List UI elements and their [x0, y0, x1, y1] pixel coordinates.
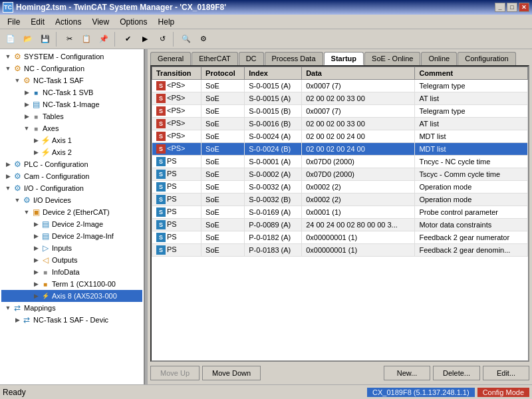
tb-search[interactable]: 🔍: [178, 32, 194, 47]
tree-item-7[interactable]: ▶⚡Axis 1: [1, 134, 142, 146]
expand-icon-6[interactable]: ▼: [23, 124, 31, 132]
tree-item-21[interactable]: ▼⇄Mappings: [1, 302, 142, 314]
tree-item-0[interactable]: ▼⚙SYSTEM - Configuration: [1, 51, 142, 63]
delete-button[interactable]: Delete...: [433, 366, 480, 380]
minimize-button[interactable]: _: [495, 3, 505, 12]
cell-index-12: P-0-0182 (A): [245, 231, 302, 244]
tree-item-15[interactable]: ▶▤Device 2-Image-Inf: [1, 230, 142, 242]
expand-icon-21[interactable]: ▼: [4, 304, 12, 312]
table-row-1[interactable]: S<PS>SoES-0-0015 (A)02 00 02 00 33 00AT …: [152, 92, 528, 105]
close-button[interactable]: ✕: [519, 3, 529, 12]
expand-icon-10[interactable]: ▶: [4, 172, 12, 180]
tree-item-10[interactable]: ▶⚙Cam - Configuration: [1, 170, 142, 182]
expand-icon-1[interactable]: ▼: [4, 65, 12, 72]
tb-save[interactable]: 💾: [37, 32, 53, 47]
tree-panel[interactable]: ▼⚙SYSTEM - Configuration▼⚙NC - Configura…: [0, 49, 145, 384]
table-area[interactable]: Transition Protocol Index Data Comment S…: [150, 65, 529, 362]
menu-file[interactable]: File: [3, 15, 25, 29]
expand-icon-11[interactable]: ▼: [4, 184, 12, 192]
tb-open[interactable]: 📂: [20, 32, 36, 47]
expand-icon-13[interactable]: ▼: [23, 208, 31, 216]
edit-button[interactable]: Edit...: [483, 366, 529, 380]
table-row-0[interactable]: S<PS>SoES-0-0015 (A)0x0007 (7)Telegram t…: [152, 80, 528, 92]
expand-icon-2[interactable]: ▼: [13, 76, 21, 84]
expand-icon-0[interactable]: ▼: [4, 53, 12, 61]
table-row-12[interactable]: SPSSoEP-0-0182 (A)0x00000001 (1)Feedback…: [152, 231, 528, 244]
tab-ethercat[interactable]: EtherCAT: [192, 52, 237, 65]
tree-item-6[interactable]: ▼■Axes: [1, 122, 142, 134]
expand-icon-3[interactable]: ▶: [23, 88, 31, 96]
expand-icon-17[interactable]: ▶: [32, 256, 40, 264]
tree-item-9[interactable]: ▶⚙PLC - Configuration: [1, 158, 142, 170]
table-row-13[interactable]: SPSSoEP-0-0183 (A)0x00000001 (1)Feedback…: [152, 244, 528, 257]
tab-startup[interactable]: Startup: [324, 52, 364, 65]
menu-edit[interactable]: Edit: [26, 15, 49, 29]
cell-comment-13: Feedback 2 gear denomin...: [415, 244, 528, 257]
table-row-6[interactable]: SPSSoES-0-0001 (A)0x07D0 (2000)Tncyc - N…: [152, 156, 528, 168]
new-button[interactable]: New...: [384, 366, 430, 380]
tb-paste[interactable]: 📌: [96, 32, 112, 47]
table-row-11[interactable]: SPSSoEP-0-0089 (A)24 00 24 00 02 80 00 0…: [152, 219, 528, 231]
tb-copy[interactable]: 📋: [78, 32, 94, 47]
expand-icon-9[interactable]: ▶: [4, 160, 12, 168]
tb-cut[interactable]: ✂: [61, 32, 77, 47]
tab-process-data[interactable]: Process Data: [265, 52, 323, 65]
tree-item-16[interactable]: ▶▷Inputs: [1, 242, 142, 254]
expand-icon-5[interactable]: ▶: [23, 112, 31, 120]
cell-data-12: 0x00000001 (1): [302, 231, 415, 244]
tree-item-19[interactable]: ▶■Term 1 (CX1100-00: [1, 278, 142, 290]
table-row-8[interactable]: SPSSoES-0-0032 (A)0x0002 (2)Operation mo…: [152, 181, 528, 194]
move-up-button[interactable]: Move Up: [150, 366, 200, 380]
expand-icon-12[interactable]: ▼: [13, 196, 21, 204]
tree-item-13[interactable]: ▼▣Device 2 (EtherCAT): [1, 206, 142, 218]
expand-icon-22[interactable]: ▶: [13, 316, 21, 324]
table-row-7[interactable]: SPSSoES-0-0002 (A)0x07D0 (2000)Tscyc - C…: [152, 168, 528, 181]
move-down-button[interactable]: Move Down: [202, 366, 261, 380]
expand-icon-8[interactable]: ▶: [32, 148, 40, 156]
menu-options[interactable]: Options: [115, 15, 152, 29]
expand-icon-4[interactable]: ▶: [23, 100, 31, 108]
tree-item-20[interactable]: ▶⚡Axis 8 (AX5203-000: [1, 290, 142, 302]
expand-icon-16[interactable]: ▶: [32, 244, 40, 252]
table-row-10[interactable]: SPSSoES-0-0169 (A)0x0001 (1)Probe contro…: [152, 206, 528, 219]
tb-check[interactable]: ✔: [120, 32, 136, 47]
status-ready: Ready: [3, 388, 364, 397]
tree-item-8[interactable]: ▶⚡Axis 2: [1, 146, 142, 158]
table-row-2[interactable]: S<PS>SoES-0-0015 (B)0x0007 (7)Telegram t…: [152, 105, 528, 118]
expand-icon-7[interactable]: ▶: [32, 136, 40, 144]
tree-item-12[interactable]: ▼⚙I/O Devices: [1, 194, 142, 206]
tree-item-17[interactable]: ▶◁Outputs: [1, 254, 142, 266]
tb-restart[interactable]: ↺: [154, 32, 170, 47]
tree-item-1[interactable]: ▼⚙NC - Configuration: [1, 63, 142, 74]
expand-icon-20[interactable]: ▶: [32, 292, 40, 300]
tb-config[interactable]: ⚙: [196, 32, 211, 47]
tb-new[interactable]: 📄: [3, 32, 19, 47]
tree-item-14[interactable]: ▶▤Device 2-Image: [1, 218, 142, 230]
tab-soe---online[interactable]: SoE - Online: [364, 52, 420, 65]
tb-activate[interactable]: ▶: [137, 32, 153, 47]
expand-icon-19[interactable]: ▶: [32, 280, 40, 288]
table-row-4[interactable]: S<PS>SoES-0-0024 (A)02 00 02 00 24 00MDT…: [152, 130, 528, 143]
expand-icon-18[interactable]: ▶: [32, 268, 40, 276]
tree-item-5[interactable]: ▶■Tables: [1, 110, 142, 122]
tab-configuration[interactable]: Configuration: [458, 52, 515, 65]
expand-icon-14[interactable]: ▶: [32, 220, 40, 228]
maximize-button[interactable]: □: [507, 3, 517, 12]
tree-item-11[interactable]: ▼⚙I/O - Configuration: [1, 182, 142, 194]
tree-item-4[interactable]: ▶▤NC-Task 1-Image: [1, 98, 142, 110]
table-row-9[interactable]: SPSSoES-0-0032 (B)0x0002 (2)Operation mo…: [152, 194, 528, 206]
tree-item-2[interactable]: ▼⚙NC-Task 1 SAF: [1, 74, 142, 86]
tab-dc[interactable]: DC: [239, 52, 264, 65]
tree-item-18[interactable]: ▶■InfoData: [1, 266, 142, 278]
tab-general[interactable]: General: [150, 52, 191, 65]
tab-online[interactable]: Online: [421, 52, 457, 65]
menu-actions[interactable]: Actions: [51, 15, 86, 29]
tree-item-22[interactable]: ▶⇄NC-Task 1 SAF - Devic: [1, 314, 142, 326]
tree-item-3[interactable]: ▶■NC-Task 1 SVB: [1, 86, 142, 98]
menu-help[interactable]: Help: [154, 15, 180, 29]
expand-icon-15[interactable]: ▶: [32, 232, 40, 240]
menu-view[interactable]: View: [87, 15, 114, 29]
col-transition: Transition: [152, 67, 201, 80]
table-row-5[interactable]: S<PS>SoES-0-0024 (B)02 00 02 00 24 00MDT…: [152, 143, 528, 156]
table-row-3[interactable]: S<PS>SoES-0-0016 (B)02 00 02 00 33 00AT …: [152, 118, 528, 130]
